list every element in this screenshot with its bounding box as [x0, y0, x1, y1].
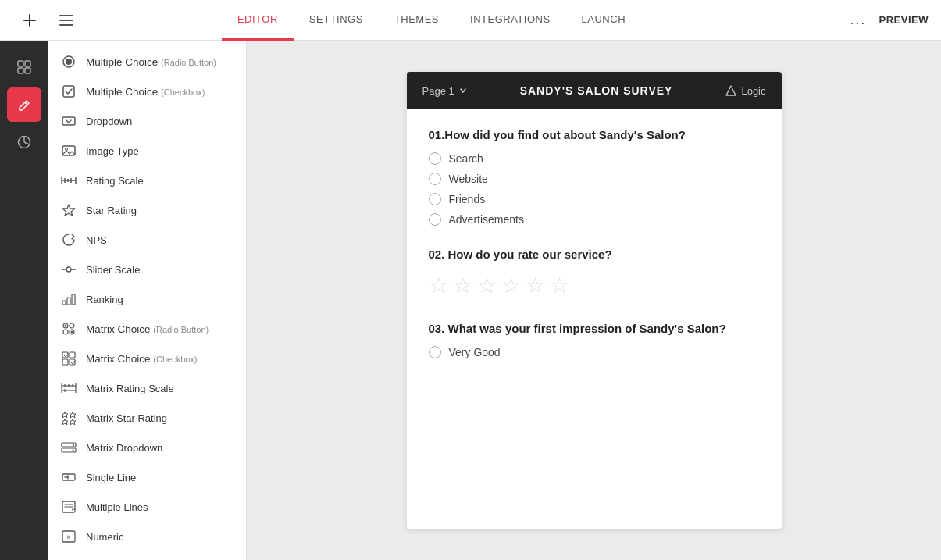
- radio-search[interactable]: [429, 152, 441, 165]
- panel-item-multiple-choice-checkbox[interactable]: Multiple Choice (Checkbox): [48, 77, 246, 106]
- panel-item-multiple-choice-radio[interactable]: Multiple Choice (Radio Button): [48, 47, 246, 77]
- panel-item-matrix-choice-radio[interactable]: Matrix Choice (Radio Button): [48, 314, 246, 344]
- panel-item-label: Rating Scale: [86, 175, 144, 187]
- star-3[interactable]: ☆: [477, 275, 497, 297]
- survey-title: SANDY'S SALON SURVEY: [520, 84, 673, 97]
- svg-rect-5: [18, 61, 23, 66]
- panel-item-label: Dropdown: [86, 116, 132, 127]
- option-search[interactable]: Search: [429, 152, 760, 165]
- svg-rect-8: [25, 68, 30, 73]
- svg-rect-2: [59, 15, 73, 16]
- option-friends[interactable]: Friends: [429, 193, 760, 205]
- tab-launch[interactable]: LAUNCH: [566, 0, 641, 41]
- panel-item-image-type[interactable]: Image Type: [48, 136, 246, 166]
- panel-item-slider-scale[interactable]: Slider Scale: [48, 255, 246, 284]
- radio-very-good[interactable]: [429, 346, 441, 358]
- panel-item-ranking[interactable]: Ranking: [48, 284, 246, 314]
- slider-icon: [61, 262, 77, 277]
- radio-friends[interactable]: [429, 193, 441, 205]
- option-advertisements[interactable]: Advertisements: [429, 213, 760, 226]
- star-5[interactable]: ☆: [526, 275, 545, 297]
- survey-page-label[interactable]: Page 1: [422, 85, 467, 97]
- star-rating-row[interactable]: ☆ ☆ ☆ ☆ ☆ ☆: [429, 272, 760, 300]
- svg-rect-13: [62, 117, 75, 125]
- panel-item-matrix-star-rating[interactable]: Matrix Star Rating: [48, 403, 246, 433]
- survey-logic-button[interactable]: Logic: [725, 85, 765, 97]
- svg-rect-37: [70, 352, 75, 358]
- question-3: 03. What was your first impression of Sa…: [429, 322, 760, 358]
- option-website[interactable]: Website: [429, 173, 760, 185]
- panel-item-label: Star Rating: [86, 205, 137, 216]
- panel-item-multiple-lines[interactable]: Multiple Lines: [48, 492, 246, 522]
- matrix-star-icon: [61, 410, 77, 426]
- nav-left: [12, 3, 75, 37]
- svg-point-31: [65, 325, 67, 327]
- panel-item-label: Multiple Lines: [86, 501, 148, 513]
- panel-item-dropdown[interactable]: Dropdown: [48, 106, 246, 136]
- star-2[interactable]: ☆: [453, 275, 472, 297]
- nav-tabs: EDITOR SETTINGS THEMES INTEGRATIONS LAUN…: [75, 0, 788, 41]
- sidebar-edit-button[interactable]: [7, 87, 41, 122]
- radio-advertisements[interactable]: [429, 213, 441, 226]
- panel-item-label: Matrix Star Rating: [86, 412, 167, 424]
- svg-marker-53: [70, 419, 76, 425]
- star-icon: [61, 202, 77, 218]
- panel-item-label: Slider Scale: [86, 264, 140, 276]
- panel-item-email[interactable]: Email: [48, 551, 246, 560]
- nps-icon: [61, 232, 77, 248]
- svg-rect-29: [72, 294, 75, 305]
- svg-point-24: [66, 267, 71, 272]
- svg-point-26: [74, 269, 76, 270]
- icon-sidebar: [0, 41, 48, 560]
- panel-item-star-rating[interactable]: Star Rating: [48, 195, 246, 225]
- tab-themes[interactable]: THEMES: [379, 0, 454, 41]
- question-2-text: 02. How do you rate our service?: [429, 248, 760, 261]
- option-very-good[interactable]: Very Good: [429, 346, 760, 358]
- option-friends-label: Friends: [449, 193, 486, 205]
- svg-point-35: [71, 331, 73, 334]
- option-very-good-label: Very Good: [449, 346, 501, 358]
- radio-website[interactable]: [429, 173, 441, 185]
- panel-item-matrix-choice-checkbox[interactable]: Matrix Choice (Checkbox): [48, 344, 246, 373]
- svg-rect-6: [25, 61, 30, 66]
- svg-marker-22: [62, 205, 75, 216]
- tab-integrations[interactable]: INTEGRATIONS: [454, 0, 566, 41]
- tab-settings[interactable]: SETTINGS: [294, 0, 379, 41]
- sidebar-grid-button[interactable]: [7, 50, 41, 84]
- menu-button[interactable]: [59, 15, 73, 26]
- radio-icon: [61, 54, 77, 70]
- main-layout: Multiple Choice (Radio Button) Multiple …: [0, 41, 941, 560]
- nav-right: ... PREVIEW: [788, 12, 929, 28]
- preview-button[interactable]: PREVIEW: [879, 14, 929, 26]
- svg-rect-12: [63, 86, 74, 97]
- panel-item-matrix-dropdown[interactable]: Matrix Dropdown: [48, 433, 246, 462]
- svg-rect-3: [59, 20, 73, 21]
- svg-rect-28: [67, 298, 70, 305]
- panel-item-label: Single Line: [86, 472, 136, 483]
- ranking-icon: [61, 291, 77, 307]
- sidebar-chart-button[interactable]: [7, 125, 41, 159]
- panel-item-label: Image Type: [86, 145, 139, 157]
- panel-item-nps[interactable]: NPS: [48, 225, 246, 255]
- panel-item-label: Multiple Choice (Radio Button): [86, 56, 216, 68]
- star-6[interactable]: ☆: [550, 275, 569, 297]
- question-1: 01.How did you find out about Sandy's Sa…: [429, 128, 760, 226]
- star-4[interactable]: ☆: [501, 275, 521, 297]
- panel-item-matrix-rating-scale[interactable]: Matrix Rating Scale: [48, 373, 246, 403]
- panel-item-label: Matrix Choice (Checkbox): [86, 353, 198, 365]
- svg-point-32: [70, 323, 74, 328]
- svg-point-25: [62, 269, 63, 270]
- panel-item-numeric[interactable]: # Numeric: [48, 522, 246, 551]
- add-button[interactable]: [12, 3, 47, 37]
- svg-marker-51: [70, 412, 76, 418]
- panel-item-single-line[interactable]: Single Line: [48, 462, 246, 492]
- panel-item-label: Numeric: [86, 531, 123, 543]
- star-1[interactable]: ☆: [429, 275, 448, 297]
- tab-editor[interactable]: EDITOR: [222, 0, 294, 41]
- matrix-rating-icon: [61, 380, 77, 396]
- svg-marker-52: [62, 419, 68, 425]
- svg-rect-4: [59, 24, 73, 26]
- more-options-button[interactable]: ...: [850, 12, 867, 28]
- svg-point-33: [63, 330, 68, 334]
- panel-item-rating-scale[interactable]: Rating Scale: [48, 166, 246, 195]
